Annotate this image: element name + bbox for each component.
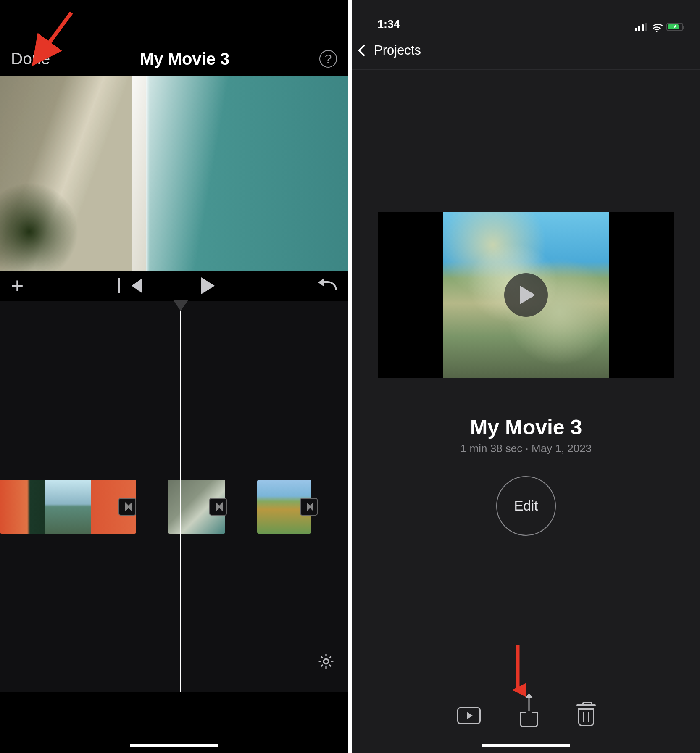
transition-button[interactable] [118,498,136,516]
play-overlay-icon[interactable] [504,273,548,317]
svg-point-2 [324,659,329,664]
project-title: My Movie 3 [140,50,229,68]
add-media-button[interactable]: + [11,275,24,297]
status-time: 1:34 [377,18,400,31]
status-bar: 1:34 ⚡︎ [352,0,700,31]
clip-row [0,480,348,534]
share-arrow-icon [529,698,530,711]
charging-icon: ⚡︎ [673,24,676,30]
back-label[interactable]: Projects [374,43,421,58]
transition-button[interactable] [300,498,318,516]
playhead[interactable] [180,301,181,692]
project-thumbnail[interactable] [378,212,674,378]
skip-to-start-icon[interactable] [132,278,142,293]
bottom-toolbar [352,701,700,730]
wifi-icon [651,23,662,31]
trash-lid-icon [576,704,596,706]
transition-icon [125,502,130,511]
share-button[interactable] [520,704,538,727]
project-title: My Movie 3 [352,415,700,440]
share-box-icon [520,712,538,727]
projects-nav-bar: Projects [352,31,700,70]
playback-controls: + [0,271,348,301]
transition-button[interactable] [209,498,227,516]
help-button[interactable]: ? [319,50,337,68]
home-indicator[interactable] [482,744,570,747]
project-meta: 1 min 38 sec · May 1, 2023 [352,442,700,455]
editor-screen: Done My Movie 3 ? + [0,0,348,753]
transition-icon [216,502,221,511]
play-project-button[interactable] [457,707,481,724]
playhead-marker-icon [173,300,188,311]
cellular-icon [635,23,647,31]
back-chevron-icon[interactable] [358,44,370,56]
video-preview[interactable] [0,76,348,271]
annotation-arrow-done [42,8,80,61]
edit-button[interactable]: Edit [496,476,556,536]
project-detail-screen: 1:34 ⚡︎ Projects My Movie 3 1 min 38 [352,0,700,753]
delete-button[interactable] [577,705,595,726]
svg-line-1 [45,13,71,48]
play-icon[interactable] [201,277,215,294]
trash-body-icon [578,708,594,726]
battery-icon: ⚡︎ [666,23,683,31]
settings-button[interactable] [317,652,335,671]
undo-icon[interactable] [323,281,337,290]
annotation-arrow-share [509,644,526,700]
gear-icon [317,652,335,671]
transition-icon [307,502,311,511]
timeline-clip[interactable] [0,480,136,534]
home-indicator[interactable] [130,744,218,747]
timeline[interactable] [0,301,348,692]
